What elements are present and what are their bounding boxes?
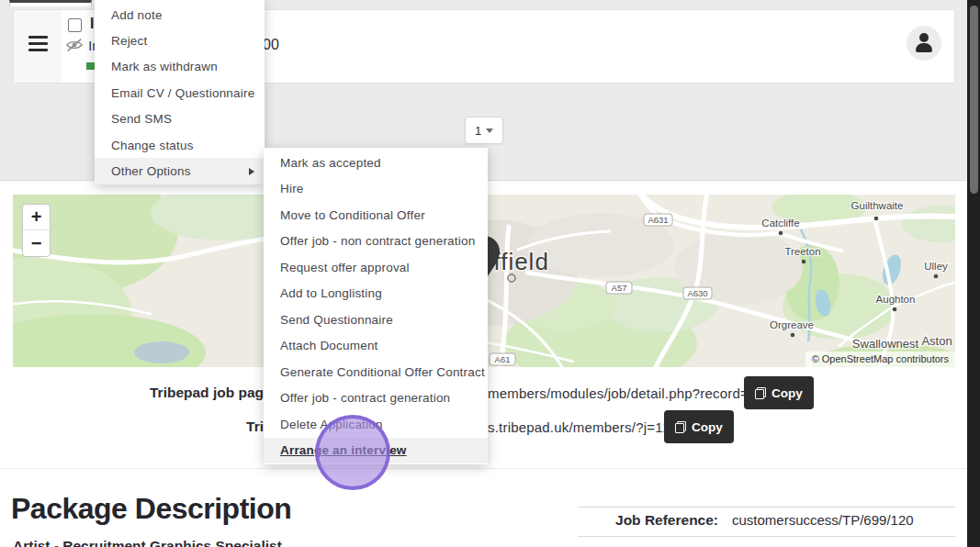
submenu-item-delete-application[interactable]: Delete Application	[264, 411, 488, 438]
scrollbar-thumb[interactable]	[970, 6, 978, 194]
page-select-value: 1	[475, 124, 481, 138]
menu-item-other-options[interactable]: Other Options	[95, 158, 265, 184]
applicant-checkbox[interactable]	[68, 18, 82, 32]
other-options-submenu: Mark as accepted Hire Move to Conditiona…	[264, 148, 488, 464]
menu-item-add-note[interactable]: Add note	[95, 2, 265, 28]
submenu-item-mark-as-accepted[interactable]: Mark as accepted	[264, 150, 488, 176]
package-detail-fragment: Artist - Recruitment Graphics Specialist	[13, 538, 282, 547]
road-badge-a57: A57	[612, 283, 627, 293]
copy-icon	[675, 421, 686, 433]
submenu-item-arrange-an-interview[interactable]: Arrange an interview	[264, 438, 488, 464]
submenu-item-request-offer-approval[interactable]: Request offer approval	[264, 254, 488, 281]
road-badge-a631: A631	[648, 215, 668, 225]
drag-handle-icon[interactable]	[28, 36, 48, 51]
job-reference-label: Job Reference:	[514, 512, 718, 529]
map-label-treeton: Treeton	[784, 246, 820, 257]
road-badge-a630: A630	[687, 288, 707, 298]
map-label-aston: Aston	[921, 334, 952, 348]
copy-icon	[755, 387, 766, 399]
copy-job-link-button[interactable]: Copy	[664, 410, 734, 443]
chevron-down-icon	[486, 128, 493, 133]
menu-item-send-sms[interactable]: Send SMS	[95, 106, 265, 132]
menu-item-reject[interactable]: Reject	[95, 28, 265, 53]
submenu-item-add-to-longlisting[interactable]: Add to Longlisting	[264, 281, 488, 307]
job-link-label-fragment: Tri	[0, 419, 264, 435]
scrollbar-track[interactable]	[967, 0, 980, 547]
menu-item-mark-as-withdrawn[interactable]: Mark as withdrawn	[95, 54, 265, 80]
submenu-item-generate-conditional-offer-contract[interactable]: Generate Conditional Offer Contract	[264, 359, 488, 385]
road-badge-a61: A61	[495, 354, 511, 364]
submenu-item-attach-document[interactable]: Attach Document	[264, 333, 488, 360]
submenu-item-send-questionnaire[interactable]: Send Questionnaire	[264, 307, 488, 333]
package-description-heading: Package Description	[11, 492, 291, 526]
submenu-item-offer-job-non-contract[interactable]: Offer job - non contract generation	[264, 229, 488, 255]
job-reference-divider-top	[578, 507, 955, 508]
map-label-swallownest: Swallownest	[852, 337, 919, 351]
eye-slash-icon	[64, 37, 84, 53]
map-label-ulley: Ulley	[924, 261, 948, 272]
interview-time-fragment: 00	[263, 37, 279, 53]
zoom-in-button[interactable]: +	[23, 205, 50, 230]
submenu-item-move-to-conditional-offer[interactable]: Move to Conditional Offer	[264, 202, 488, 229]
job-reference-divider-bottom	[578, 536, 955, 537]
applicant-avatar	[907, 26, 941, 61]
menu-item-email-cv-questionnaire[interactable]: Email CV / Questionnaire	[95, 80, 265, 106]
copy-job-page-url-button[interactable]: Copy	[744, 376, 814, 409]
job-reference-value: customersuccess/TP/699/120	[732, 512, 914, 528]
top-tab-fragment	[9, 0, 92, 6]
submenu-arrow-icon	[249, 168, 254, 175]
submenu-item-hire[interactable]: Hire	[264, 176, 488, 203]
map-label-aughton: Aughton	[876, 294, 916, 305]
menu-item-change-status[interactable]: Change status	[95, 132, 265, 158]
map-attribution: © OpenStreetMap contributors	[805, 352, 955, 367]
submenu-item-offer-job-contract[interactable]: Offer job - contract generation	[264, 385, 488, 412]
map-label-guilthwaite: Guilthwaite	[851, 200, 904, 211]
section-divider	[0, 468, 967, 469]
map-label-orgreave: Orgreave	[770, 319, 814, 330]
job-page-label-fragment: Tribepad job pag	[0, 385, 264, 401]
page-select[interactable]: 1	[465, 117, 503, 144]
map-zoom-control: + −	[22, 204, 51, 257]
context-menu: Add note Reject Mark as withdrawn Email …	[95, 0, 265, 184]
zoom-out-button[interactable]: −	[23, 230, 50, 256]
map-label-catcliffe: Catcliffe	[761, 218, 799, 229]
job-link-url-fragment: s.tribepad.uk/members/?j=120	[488, 419, 679, 435]
job-page-url-fragment: members/modules/job/detail.php?record=12…	[488, 385, 772, 401]
applicant-name-fragment: I	[90, 16, 94, 32]
page: I In 00 1	[0, 0, 980, 547]
